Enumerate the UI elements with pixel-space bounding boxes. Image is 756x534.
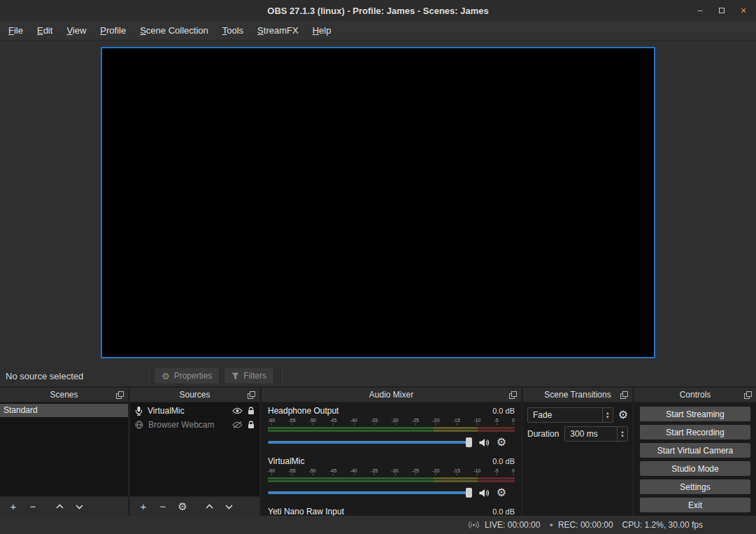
move-scene-down-button[interactable] bbox=[70, 498, 88, 515]
move-scene-up-button[interactable] bbox=[50, 498, 69, 515]
mixer-gear-button[interactable]: ⚙ bbox=[497, 437, 506, 448]
scenes-list: Standard bbox=[0, 402, 128, 496]
add-source-button[interactable]: + bbox=[134, 498, 152, 515]
sources-header: Sources bbox=[130, 388, 259, 402]
exit-button[interactable]: Exit bbox=[640, 498, 750, 512]
remove-source-button[interactable]: − bbox=[154, 498, 172, 515]
eye-slash-icon[interactable] bbox=[232, 421, 243, 428]
audio-mixer-title: Audio Mixer bbox=[369, 390, 413, 400]
panel-scenes: Scenes Standard + − bbox=[0, 388, 128, 516]
speaker-icon[interactable] bbox=[479, 438, 490, 447]
chevron-down-icon bbox=[75, 504, 84, 510]
chevron-down-icon bbox=[224, 504, 234, 510]
panel-audio-mixer: Audio Mixer Headphone Output 0.0 dB -60-… bbox=[262, 388, 521, 516]
maximize-button[interactable] bbox=[716, 6, 727, 15]
close-button[interactable]: ✕ bbox=[738, 6, 749, 15]
level-meter bbox=[268, 477, 515, 482]
performance-stats: CPU: 1.2%, 30.00 fps bbox=[622, 520, 703, 530]
meter-tick-label: -55 bbox=[288, 468, 295, 474]
microphone-icon bbox=[135, 406, 143, 416]
speaker-icon[interactable] bbox=[479, 489, 490, 498]
menu-edit[interactable]: Edit bbox=[30, 21, 59, 40]
transition-select[interactable]: Fade ▴ ▾ bbox=[527, 407, 613, 423]
transition-selected-value: Fade bbox=[528, 410, 602, 420]
eye-icon[interactable] bbox=[232, 407, 243, 414]
meter-tick-label: -45 bbox=[329, 418, 336, 423]
menubar: File Edit View Profile Scene Collection … bbox=[0, 21, 756, 41]
meter-tick-label: -30 bbox=[391, 468, 398, 474]
audio-mixer-content: Headphone Output 0.0 dB -60-55-50-45-40-… bbox=[262, 402, 521, 516]
popout-icon[interactable] bbox=[509, 391, 517, 399]
popout-icon[interactable] bbox=[248, 391, 255, 399]
menu-file[interactable]: File bbox=[1, 21, 30, 40]
source-item-virtualmic[interactable]: VirtualMic bbox=[130, 404, 259, 418]
arrow-down-icon: ▾ bbox=[606, 415, 609, 419]
start-virtual-camera-button[interactable]: Start Virtual Camera bbox=[640, 443, 750, 458]
meter-tick-label: 0 bbox=[512, 468, 515, 474]
mixer-virtualmic: VirtualMic 0.0 dB -60-55-50-45-40-35-30-… bbox=[268, 456, 515, 498]
menu-profile[interactable]: Profile bbox=[93, 21, 133, 40]
dock-area: Scenes Standard + − Sources bbox=[0, 386, 756, 516]
scenes-header: Scenes bbox=[0, 388, 128, 402]
titlebar: OBS 27.1.3 (linux) - Profile: James - Sc… bbox=[0, 0, 756, 21]
source-properties-button[interactable]: ⚙ bbox=[173, 498, 192, 515]
scene-item-standard[interactable]: Standard bbox=[0, 404, 128, 417]
rec-timer: REC: 00:00:00 bbox=[558, 520, 613, 530]
start-streaming-button[interactable]: Start Streaming bbox=[640, 407, 750, 421]
spinbox-arrows[interactable]: ▴ ▾ bbox=[617, 427, 627, 441]
live-timer: LIVE: 00:00:00 bbox=[485, 520, 540, 530]
maximize-icon bbox=[719, 8, 725, 13]
no-source-label: No source selected bbox=[6, 371, 143, 381]
slider-handle[interactable] bbox=[466, 437, 472, 447]
menu-tools[interactable]: Tools bbox=[215, 21, 250, 40]
lock-icon[interactable] bbox=[248, 421, 255, 429]
meter-tick-label: 0 bbox=[512, 418, 515, 423]
meter-tick-label: -60 bbox=[268, 418, 275, 423]
menu-view[interactable]: View bbox=[59, 21, 93, 40]
add-scene-button[interactable]: + bbox=[4, 498, 22, 515]
toolbar-separator bbox=[147, 368, 148, 384]
studio-mode-button[interactable]: Studio Mode bbox=[640, 461, 750, 476]
window-title: OBS 27.1.3 (linux) - Profile: James - Sc… bbox=[267, 6, 488, 16]
slider-handle[interactable] bbox=[466, 488, 472, 498]
lock-icon[interactable] bbox=[248, 407, 255, 415]
duration-label: Duration bbox=[527, 429, 559, 439]
preview-canvas[interactable] bbox=[101, 47, 655, 358]
meter-tick-label: -50 bbox=[309, 418, 316, 423]
controls-title: Controls bbox=[680, 390, 711, 400]
popout-icon[interactable] bbox=[620, 391, 628, 399]
scenes-title: Scenes bbox=[50, 390, 78, 400]
menu-streamfx[interactable]: StreamFX bbox=[250, 21, 306, 40]
sources-list: VirtualMic Browser Webcam bbox=[130, 402, 259, 496]
popout-icon[interactable] bbox=[744, 391, 752, 399]
minimize-button[interactable]: – bbox=[694, 6, 706, 15]
meter-scale: -60-55-50-45-40-35-30-25-20-15-10-50 bbox=[268, 468, 515, 474]
source-item-browser-webcam[interactable]: Browser Webcam bbox=[130, 418, 259, 432]
meter-tick-label: -35 bbox=[371, 468, 378, 474]
settings-button[interactable]: Settings bbox=[640, 479, 750, 494]
transition-settings-button[interactable]: ⚙ bbox=[618, 409, 628, 421]
panel-scene-transitions: Scene Transitions Fade ▴ ▾ ⚙ Duration bbox=[523, 388, 632, 516]
remove-scene-button[interactable]: − bbox=[24, 498, 42, 515]
mixer-name: Yeti Nano Raw Input bbox=[268, 507, 344, 516]
filters-label: Filters bbox=[243, 371, 266, 381]
meter-tick-label: -25 bbox=[412, 468, 419, 474]
move-source-down-button[interactable] bbox=[220, 498, 238, 515]
mixer-gear-button[interactable]: ⚙ bbox=[497, 487, 506, 498]
start-recording-button[interactable]: Start Recording bbox=[640, 425, 750, 440]
popout-icon[interactable] bbox=[116, 391, 124, 399]
menu-scene-collection[interactable]: Scene Collection bbox=[133, 21, 215, 40]
volume-slider[interactable] bbox=[268, 491, 472, 494]
source-toolbar: No source selected ⚙ Properties Filters bbox=[0, 365, 756, 386]
properties-button[interactable]: ⚙ Properties bbox=[154, 367, 220, 384]
duration-spinbox[interactable]: 300 ms ▴ ▾ bbox=[564, 426, 628, 442]
menu-help[interactable]: Help bbox=[306, 21, 338, 40]
volume-slider[interactable] bbox=[268, 441, 472, 444]
filters-button[interactable]: Filters bbox=[224, 367, 274, 384]
meter-tick-label: -15 bbox=[453, 468, 460, 474]
window-controls: – ✕ bbox=[694, 0, 749, 21]
obs-window: OBS 27.1.3 (linux) - Profile: James - Sc… bbox=[0, 0, 756, 534]
move-source-up-button[interactable] bbox=[200, 498, 218, 515]
meter-tick-label: -55 bbox=[288, 418, 295, 423]
meter-tick-label: -15 bbox=[453, 418, 460, 423]
